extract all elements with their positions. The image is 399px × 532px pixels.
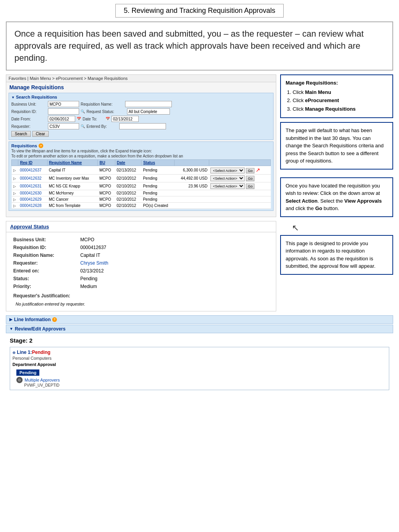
req-id-cell[interactable]: 0000412637 [18,166,47,175]
req-id-link[interactable]: 0000412632 [20,176,42,180]
req-id-link[interactable]: 0000412629 [20,197,42,201]
manage-req-callout: Manage Requisitions: Click Main Menu Cli… [280,74,393,118]
clear-button[interactable]: Clear [32,131,49,137]
approval-status-panel: Approval Status Business Unit: MCPO Requ… [6,221,276,311]
approver-id: PVWF_UV_DEPTID [16,383,387,387]
table-row: ▷ 0000412632 MC Inventory over Max MCPO … [12,175,271,182]
action-select[interactable]: <Select Action> [210,175,245,181]
action-select[interactable]: <Select Action> [210,183,245,189]
expand-cell: ▷ [12,196,18,203]
col-amount [174,160,209,166]
approval-info-text: This page is designed to provide you inf… [286,240,376,269]
review-edit-label: Review/Edit Approvers [15,326,65,332]
req-id-link[interactable]: 0000412630 [20,191,42,195]
status-value: Pending [79,275,270,282]
search-icon-2: 🔍 [81,124,85,128]
req-instruction-2: To edit or perform another action on a r… [11,154,271,158]
req-id-link[interactable]: 0000412637 [20,168,42,172]
expand-arrow[interactable]: ▷ [13,191,16,195]
page-title: 5. Reviewing and Tracking Requisition Ap… [124,7,275,14]
date-to-label: Date To: [83,117,104,121]
requester-input[interactable] [48,123,79,129]
amount-cell [174,196,209,203]
help-icon-2: ? [52,317,57,322]
action-select[interactable]: <Select Action> [210,168,245,173]
request-status-input[interactable] [127,108,170,115]
entered-by-input[interactable] [119,123,166,129]
status-cell: PO(s) Created [141,203,174,209]
callout-steps: Click Main Menu Click eProcurement Click… [293,88,388,113]
justification-label: Requester's Justification: [12,291,270,299]
pending-badge: Pending [16,369,39,376]
col-status[interactable]: Status [141,160,174,166]
requisitions-section: Requisitions ? To view the lifespan and … [9,141,274,211]
go-button[interactable]: Go [246,176,254,181]
expand-arrow[interactable]: ▷ [13,168,16,172]
expand-arrow[interactable]: ▷ [13,198,16,201]
expand-arrow[interactable]: ▷ [13,204,16,208]
expand-arrow[interactable]: ▷ [13,177,16,180]
req-id-cell[interactable]: 0000412628 [18,203,47,209]
date-cell: 02/10/2012 [115,190,141,196]
cursor-icon: ↖ [280,221,393,235]
search-callout-text: The page will default to what has been s… [286,127,383,164]
req-id-cell[interactable]: 0000412630 [18,190,47,196]
bottom-sections: ▶ Line Information ? ▼ Review/Edit Appro… [6,315,393,390]
callout-title: Manage Requisitions: [286,79,388,87]
col-action [209,160,270,166]
business-unit-label: Business Unit: [11,102,46,106]
screen-panel: Favorites | Main Menu > eProcurement > M… [6,74,276,217]
col-date[interactable]: Date [115,160,141,166]
requester-value[interactable]: Chryse Smith [79,260,270,267]
col-bu[interactable]: BU [98,160,115,166]
amount-cell: 23.96 USD [174,182,209,190]
expand-cell: ▷ [12,203,18,209]
status-cell: Pending [141,182,174,190]
help-icon: ? [39,143,43,148]
approval-header: Approval Status [6,221,276,232]
req-id-link[interactable]: 0000412628 [20,203,42,208]
review-edit-bar[interactable]: ▼ Review/Edit Approvers [6,325,393,333]
bu-cell: MCPO [98,175,115,182]
date-cell: 02/10/2012 [115,203,141,209]
req-name-cell: MC McHorney [47,190,98,196]
table-row: ▷ 0000412637 Capital IT MCPO 02/13/2012 … [12,166,271,175]
req-id-label: Requisition ID: [12,244,78,251]
intro-text: Once a requisition has been saved and su… [14,29,364,63]
col-req-name[interactable]: Requisition Name [47,160,98,166]
req-name-label: Requisition Name: [12,252,78,259]
req-name-input[interactable] [125,101,172,107]
req-id-input[interactable] [48,108,79,115]
expand-cell: ▷ [12,190,18,196]
bu-cell: MCPO [98,196,115,203]
calendar-icon-2: 📅 [106,117,110,121]
approver-row: ⊙ Multiple Approvers [16,377,387,383]
go-button[interactable]: Go [246,184,254,189]
bu-cell: MCPO [98,166,115,175]
line-information-bar[interactable]: ▶ Line Information ? [6,315,393,324]
calendar-icon: 📅 [77,117,81,121]
req-id-value: 0000412637 [79,244,270,251]
req-id-cell[interactable]: 0000412632 [18,175,47,182]
date-to-input[interactable] [111,116,139,122]
req-id-link[interactable]: 0000412631 [20,184,42,188]
req-name-cell: MC Cancer [47,196,98,203]
stage-label: Stage: 2 [6,334,393,345]
req-name-cell: Capital IT [47,166,98,175]
date-from-input[interactable] [48,116,75,122]
expand-cell: ▷ [12,175,18,182]
table-row: ▷ 0000412630 MC McHorney MCPO 02/10/2012… [12,190,271,196]
col-req-id[interactable]: Req ID [18,160,47,166]
req-id-cell[interactable]: 0000412631 [18,182,47,190]
approval-info-callout: This page is designed to provide you inf… [280,235,393,275]
request-status-label: Request Status: [87,110,125,114]
business-unit-input[interactable] [48,101,79,107]
entered-by-label: Entered By: [87,124,118,129]
go-button[interactable]: Go [246,168,254,173]
req-name-cell: MC from Template [47,203,98,209]
search-button[interactable]: Search [11,131,31,137]
expand-arrow[interactable]: ▷ [13,184,16,188]
req-id-cell[interactable]: 0000412629 [18,196,47,203]
approver-link[interactable]: Multiple Approvers [25,378,60,382]
line-subtitle: Personal Computers [12,356,387,361]
